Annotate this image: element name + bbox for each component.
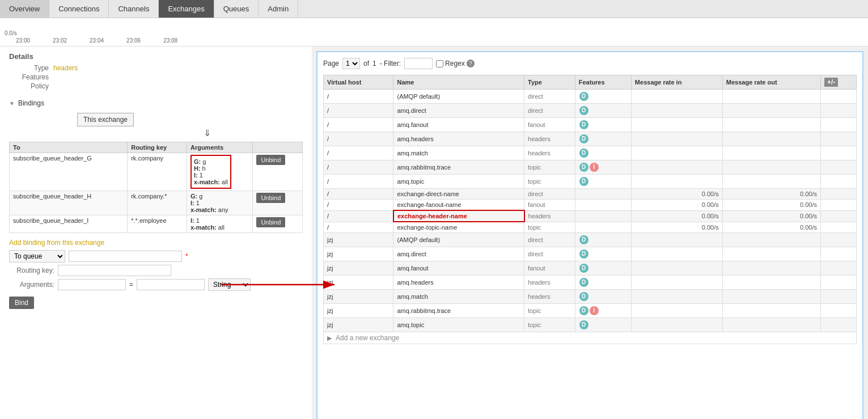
unbind-button[interactable]: Unbind — [256, 217, 285, 227]
exchange-features: D — [575, 247, 631, 261]
exchange-virtual-host: / — [324, 146, 393, 160]
help-icon[interactable]: ? — [467, 60, 475, 67]
filter-input[interactable] — [404, 58, 433, 69]
exchange-name[interactable]: exchange-direct-name — [393, 189, 524, 200]
exchange-features: D — [575, 261, 631, 276]
exchange-name[interactable]: (AMQP default) — [393, 90, 524, 104]
exchange-virtual-host: / — [324, 160, 393, 175]
exchange-row[interactable]: /exchange-header-nameheaders0.00/s0.00/s — [324, 210, 857, 222]
feature-badge-d: D — [579, 320, 588, 329]
exchange-row[interactable]: jzj(AMQP default)directD — [324, 233, 857, 247]
exchange-row[interactable]: /(AMQP default)directD — [324, 90, 857, 104]
nav-item-admin[interactable]: Admin — [259, 0, 298, 18]
bindings-section: ▼ Bindings This exchange ⇓ To Routing ke… — [9, 99, 303, 233]
exchange-virtual-host: jzj — [324, 276, 393, 290]
exchange-action-cell — [821, 261, 857, 276]
exchange-features: D — [575, 290, 631, 304]
col-actions — [253, 142, 303, 153]
bind-button[interactable]: Bind — [9, 297, 34, 309]
exchange-name[interactable]: amq.topic — [393, 175, 524, 189]
exchange-row[interactable]: /exchange-topic-nametopic0.00/s0.00/s — [324, 222, 857, 233]
exchange-action-cell — [821, 200, 857, 211]
exchange-name[interactable]: amq.direct — [393, 104, 524, 118]
nav-item-connections[interactable]: Connections — [49, 0, 109, 18]
exchange-name[interactable]: amq.match — [393, 290, 524, 304]
exchange-row[interactable]: /amq.topictopicD — [324, 175, 857, 189]
arguments-key-input[interactable] — [58, 279, 126, 290]
exchange-name[interactable]: amq.headers — [393, 132, 524, 146]
exchange-type: fanout — [524, 200, 575, 211]
unbind-button[interactable]: Unbind — [256, 193, 285, 203]
binding-to: subscribe_queue_header_G — [10, 153, 128, 191]
exchange-name[interactable]: exchange-header-name — [393, 210, 524, 222]
exchange-name[interactable]: exchange-fanout-name — [393, 200, 524, 211]
type-label: Type — [9, 64, 49, 72]
feature-badge-d: D — [579, 306, 588, 315]
to-input[interactable] — [69, 251, 182, 262]
exchange-row[interactable]: jzjamq.directdirectD — [324, 247, 857, 261]
add-binding-title: Add binding from this exchange — [9, 239, 303, 247]
exchange-row[interactable]: /exchange-fanout-namefanout0.00/s0.00/s — [324, 200, 857, 211]
exchange-row[interactable]: /amq.fanoutfanoutD — [324, 118, 857, 132]
exchange-row[interactable]: /amq.directdirectD — [324, 104, 857, 118]
exchange-row[interactable]: /amq.rabbitmq.tracetopicDI — [324, 160, 857, 175]
exchange-action-cell — [821, 160, 857, 175]
exchange-name[interactable]: amq.topic — [393, 318, 524, 332]
type-select[interactable]: String Number Boolean — [208, 278, 251, 291]
bindings-header[interactable]: ▼ Bindings — [9, 99, 303, 107]
exchange-type: fanout — [524, 118, 575, 132]
regex-checkbox[interactable] — [436, 60, 443, 67]
exchange-virtual-host: jzj — [324, 318, 393, 332]
exchange-row[interactable]: /exchange-direct-namedirect0.00/s0.00/s — [324, 189, 857, 200]
exchange-name[interactable]: amq.rabbitmq.trace — [393, 304, 524, 318]
exchange-action-cell — [821, 189, 857, 200]
feature-badge-d: D — [579, 106, 588, 115]
nav-item-channels[interactable]: Channels — [109, 0, 159, 18]
th-virtual-host: Virtual host — [324, 75, 393, 90]
arguments-value-input[interactable] — [137, 279, 205, 290]
exchange-row[interactable]: jzjamq.rabbitmq.tracetopicDI — [324, 304, 857, 318]
th-plus-minus[interactable]: +/- — [821, 75, 857, 90]
exchange-rate-out — [722, 90, 820, 104]
exchange-name[interactable]: amq.direct — [393, 247, 524, 261]
type-value: headers — [53, 64, 78, 72]
exchange-features — [575, 210, 631, 222]
exchange-name[interactable]: amq.headers — [393, 276, 524, 290]
exchange-row[interactable]: /amq.matchheadersD — [324, 146, 857, 160]
exchange-row[interactable]: /amq.headersheadersD — [324, 132, 857, 146]
exchange-row[interactable]: jzjamq.fanoutfanoutD — [324, 261, 857, 276]
unbind-button[interactable]: Unbind — [256, 155, 285, 165]
exchange-name[interactable]: amq.fanout — [393, 118, 524, 132]
nav-item-overview[interactable]: Overview — [0, 0, 49, 18]
routing-key-row: Routing key: — [9, 265, 303, 276]
feature-badge-i: I — [590, 306, 599, 315]
nav-item-exchanges[interactable]: Exchanges — [159, 0, 214, 18]
bindings-table: To Routing key Arguments subscribe_queue… — [9, 142, 303, 233]
exchange-features: D — [575, 132, 631, 146]
nav-item-queues[interactable]: Queues — [214, 0, 259, 18]
exchange-rate-out — [722, 132, 820, 146]
add-exchange-link[interactable]: Add a new exchange — [336, 334, 399, 342]
exchange-name[interactable]: exchange-topic-name — [393, 222, 524, 233]
routing-key-label: Routing key: — [9, 266, 54, 274]
exchange-row[interactable]: jzjamq.headersheadersD — [324, 276, 857, 290]
exchange-row[interactable]: jzjamq.matchheadersD — [324, 290, 857, 304]
arrow-down-icon: ⇓ — [111, 128, 303, 138]
plus-minus-button[interactable]: +/- — [824, 78, 838, 87]
exchange-rate-out — [722, 175, 820, 189]
features-row: Features — [9, 73, 303, 81]
to-select[interactable]: To queue To exchange — [9, 250, 65, 263]
page-select[interactable]: 1 — [342, 58, 360, 69]
add-exchange-row[interactable]: ▶ Add a new exchange — [324, 332, 857, 344]
exchange-features: D — [575, 318, 631, 332]
exchange-name[interactable]: (AMQP default) — [393, 233, 524, 247]
this-exchange-btn[interactable]: This exchange — [77, 113, 134, 126]
routing-key-input[interactable] — [58, 265, 171, 276]
exchange-virtual-host: / — [324, 104, 393, 118]
exchange-row[interactable]: jzjamq.topictopicD — [324, 318, 857, 332]
exchange-type: topic — [524, 160, 575, 175]
policy-row: Policy — [9, 82, 303, 90]
exchange-name[interactable]: amq.rabbitmq.trace — [393, 160, 524, 175]
exchange-name[interactable]: amq.fanout — [393, 261, 524, 276]
exchange-name[interactable]: amq.match — [393, 146, 524, 160]
